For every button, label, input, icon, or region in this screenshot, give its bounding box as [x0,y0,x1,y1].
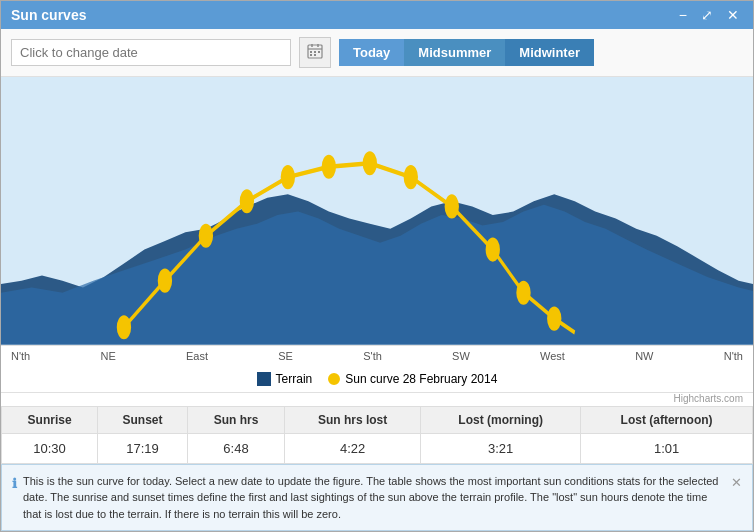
calendar-icon [307,43,323,59]
calendar-button[interactable] [299,37,331,68]
cell-sun-hrs: 6:48 [187,433,284,463]
col-header-lost-morning: Lost (morning) [421,406,581,433]
cell-lost-afternoon: 1:01 [581,433,753,463]
svg-point-10 [118,317,130,338]
today-button[interactable]: Today [339,39,404,66]
svg-point-12 [200,225,212,246]
info-box: ℹ This is the sun curve for today. Selec… [1,464,753,532]
sun-curve-legend-circle [328,373,340,385]
svg-point-18 [446,196,458,217]
cell-sunset: 17:19 [98,433,188,463]
date-input[interactable] [11,39,291,66]
cell-sunrise: 10:30 [2,433,98,463]
svg-point-14 [282,167,294,188]
svg-point-21 [548,308,560,329]
cell-sun-hrs-lost: 4:22 [285,433,421,463]
close-button[interactable]: ✕ [723,8,743,22]
svg-rect-5 [314,51,316,53]
titlebar: Sun curves − ⤢ ✕ [1,1,753,29]
info-icon: ℹ [12,474,17,494]
terrain-legend-box [257,372,271,386]
axis-label-west: West [540,350,565,362]
svg-point-13 [241,191,253,212]
col-header-sunrise: Sunrise [2,406,98,433]
legend-terrain: Terrain [257,372,313,386]
main-window: Sun curves − ⤢ ✕ Today Midsummer [0,0,754,532]
legend-sun-curve: Sun curve 28 February 2014 [328,372,497,386]
svg-rect-6 [318,51,320,53]
midwinter-button[interactable]: Midwinter [505,39,594,66]
legend: Terrain Sun curve 28 February 2014 [1,366,753,393]
axis-label-sth: S'th [363,350,382,362]
date-buttons: Today Midsummer Midwinter [339,39,594,66]
svg-rect-8 [314,54,316,56]
chart-area [1,77,753,345]
col-header-lost-afternoon: Lost (afternoon) [581,406,753,433]
axis-label-nth2: N'th [724,350,743,362]
info-text: This is the sun curve for today. Select … [23,473,725,523]
table-row: 10:30 17:19 6:48 4:22 3:21 1:01 [2,433,753,463]
midsummer-button[interactable]: Midsummer [404,39,505,66]
minimize-button[interactable]: − [675,8,691,22]
axis-label-nth1: N'th [11,350,30,362]
axis-label-nw: NW [635,350,653,362]
data-table: Sunrise Sunset Sun hrs Sun hrs lost Lost… [1,406,753,464]
window-controls: − ⤢ ✕ [675,8,743,22]
axis-label-sw: SW [452,350,470,362]
svg-point-11 [159,270,171,291]
axis-label-se: SE [278,350,293,362]
chart-credit: Highcharts.com [1,393,753,406]
svg-point-19 [487,239,499,260]
col-header-sunset: Sunset [98,406,188,433]
svg-point-17 [405,167,417,188]
window-title: Sun curves [11,7,86,23]
axis-label-ne: NE [100,350,115,362]
toolbar: Today Midsummer Midwinter [1,29,753,77]
svg-rect-4 [310,51,312,53]
axis-label-east: East [186,350,208,362]
svg-point-15 [323,156,335,177]
svg-point-16 [364,153,376,174]
sun-curve-legend-label: Sun curve 28 February 2014 [345,372,497,386]
x-axis: N'th NE East SE S'th SW West NW N'th [1,345,753,366]
info-close-button[interactable]: ✕ [731,473,742,493]
svg-point-20 [517,282,529,303]
col-header-sun-hrs: Sun hrs [187,406,284,433]
cell-lost-morning: 3:21 [421,433,581,463]
svg-rect-7 [310,54,312,56]
maximize-button[interactable]: ⤢ [697,8,717,22]
col-header-sun-hrs-lost: Sun hrs lost [285,406,421,433]
sun-curve-chart [1,77,753,345]
terrain-legend-label: Terrain [276,372,313,386]
